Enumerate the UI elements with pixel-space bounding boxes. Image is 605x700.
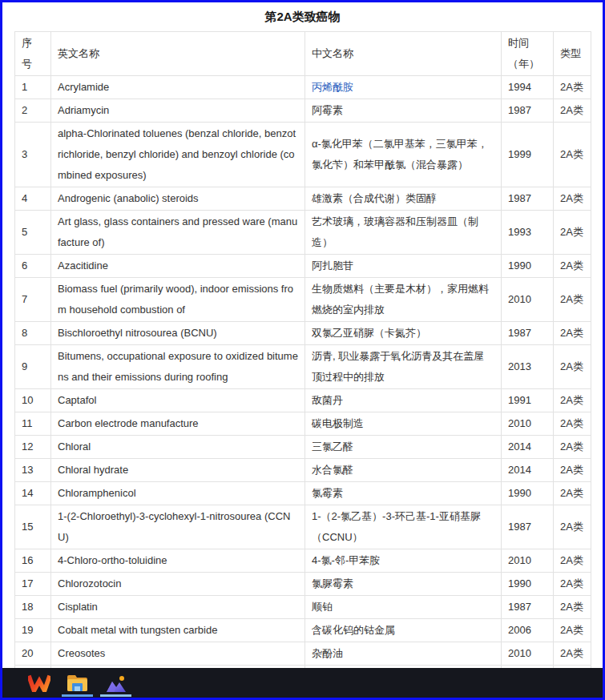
english-name: Carbon electrode manufacture: [51, 412, 305, 436]
chinese-name: 生物质燃料（主要是木材），家用燃料燃烧的室内排放: [305, 278, 502, 322]
taskbar: [2, 668, 603, 698]
year: 2014: [502, 436, 554, 459]
chinese-name: 碳电极制造: [305, 412, 502, 436]
year: 2010: [502, 412, 554, 436]
row-number: 17: [15, 573, 51, 596]
type: 2A类: [554, 389, 591, 412]
table-row: 3alpha-Chlorinated toluenes (benzal chlo…: [15, 123, 591, 187]
table-row: 6Azacitidine阿扎胞苷19902A类: [15, 255, 591, 278]
type: 2A类: [554, 255, 591, 278]
row-number: 16: [15, 549, 51, 573]
table-row: 4Androgenic (anabolic) steroids雄激素（合成代谢）…: [15, 187, 591, 211]
chinese-name: 双氯乙亚硝脲（卡氮芥）: [305, 322, 502, 345]
type: 2A类: [554, 345, 591, 389]
chinese-name-link[interactable]: 丙烯酰胺: [312, 81, 353, 93]
row-number: 14: [15, 482, 51, 505]
year: 1994: [502, 76, 554, 99]
chinese-name: 艺术玻璃，玻璃容器和压制器皿（制造）: [305, 211, 502, 255]
type: 2A类: [554, 99, 591, 123]
row-number: 5: [15, 211, 51, 255]
chinese-name: 杂酚油: [305, 642, 502, 666]
english-name: Cobalt metal with tungsten carbide: [51, 619, 305, 642]
row-number: 9: [15, 345, 51, 389]
active-window-indicator: [62, 694, 93, 697]
type: 2A类: [554, 412, 591, 436]
table-row: 1Acrylamide丙烯酰胺19942A类: [15, 76, 591, 99]
table-row: 2Adriamycin阿霉素19872A类: [15, 99, 591, 123]
english-name: Bitumens, occupational exposure to oxidi…: [51, 345, 305, 389]
table-body: 1Acrylamide丙烯酰胺19942A类2Adriamycin阿霉素1987…: [15, 76, 591, 689]
row-number: 18: [15, 596, 51, 619]
table-row: 8Bischloroethyl nitrosourea (BCNU)双氯乙亚硝脲…: [15, 322, 591, 345]
row-number: 8: [15, 322, 51, 345]
year: 2010: [502, 278, 554, 322]
year: 2013: [502, 345, 554, 389]
english-name: 4-Chloro-ortho-toluidine: [51, 549, 305, 573]
year: 1987: [502, 187, 554, 211]
english-name: Acrylamide: [51, 76, 305, 99]
table-row: 13Chloral hydrate水合氯醛20142A类: [15, 459, 591, 482]
table-row: 10Captafol敌菌丹19912A类: [15, 389, 591, 412]
table-row: 11Carbon electrode manufacture碳电极制造20102…: [15, 412, 591, 436]
row-number: 13: [15, 459, 51, 482]
english-name: Chloramphenicol: [51, 482, 305, 505]
active-window-indicator: [100, 694, 131, 697]
type: 2A类: [554, 482, 591, 505]
type: 2A类: [554, 573, 591, 596]
table-row: 19Cobalt metal with tungsten carbide含碳化钨…: [15, 619, 591, 642]
col-header-year: 时间 （年）: [502, 32, 554, 76]
chinese-name: 阿霉素: [305, 99, 502, 123]
chinese-name: 顺铂: [305, 596, 502, 619]
english-name: Bischloroethyl nitrosourea (BCNU): [51, 322, 305, 345]
year: 1993: [502, 211, 554, 255]
english-name: Biomass fuel (primarily wood), indoor em…: [51, 278, 305, 322]
type: 2A类: [554, 549, 591, 573]
year: 1999: [502, 123, 554, 187]
row-number: 12: [15, 436, 51, 459]
row-number: 3: [15, 123, 51, 187]
row-number: 10: [15, 389, 51, 412]
type: 2A类: [554, 278, 591, 322]
english-name: Creosotes: [51, 642, 305, 666]
year: 1987: [502, 99, 554, 123]
taskbar-item-wps[interactable]: [22, 668, 55, 698]
row-number: 11: [15, 412, 51, 436]
table-row: 17Chlorozotocin氯脲霉素19902A类: [15, 573, 591, 596]
row-number: 7: [15, 278, 51, 322]
year: 2010: [502, 549, 554, 573]
english-name: Cisplatin: [51, 596, 305, 619]
header-row: 序 号 英文名称 中文名称 时间 （年） 类型: [15, 32, 591, 76]
type: 2A类: [554, 123, 591, 187]
table-row: 20Creosotes杂酚油20102A类: [15, 642, 591, 666]
english-name: alpha-Chlorinated toluenes (benzal chlor…: [51, 123, 305, 187]
chinese-name: 水合氯醛: [305, 459, 502, 482]
taskbar-item-file-manager[interactable]: [61, 668, 94, 698]
type: 2A类: [554, 596, 591, 619]
type: 2A类: [554, 322, 591, 345]
english-name: 1-(2-Chloroethyl)-3-cyclohexyl-1-nitroso…: [51, 505, 305, 549]
row-number: 1: [15, 76, 51, 99]
table-row: 5Art glass, glass containers and pressed…: [15, 211, 591, 255]
chinese-name: 沥青, 职业暴露于氧化沥青及其在盖屋顶过程中的排放: [305, 345, 502, 389]
table-row: 151-(2-Chloroethyl)-3-cyclohexyl-1-nitro…: [15, 505, 591, 549]
folder-icon: [67, 674, 88, 693]
year: 1987: [502, 505, 554, 549]
type: 2A类: [554, 642, 591, 666]
taskbar-item-mountain-app[interactable]: [99, 668, 132, 698]
type: 2A类: [554, 76, 591, 99]
year: 2010: [502, 642, 554, 666]
col-header-en: 英文名称: [51, 32, 305, 76]
row-number: 6: [15, 255, 51, 278]
year: 1990: [502, 573, 554, 596]
table-row: 9Bitumens, occupational exposure to oxid…: [15, 345, 591, 389]
carcinogen-table: 序 号 英文名称 中文名称 时间 （年） 类型 1Acrylamide丙烯酰胺1…: [14, 31, 591, 689]
mountain-app-icon: [105, 673, 127, 694]
type: 2A类: [554, 436, 591, 459]
type: 2A类: [554, 505, 591, 549]
chinese-name: 含碳化钨的钴金属: [305, 619, 502, 642]
row-number: 19: [15, 619, 51, 642]
chinese-name: 1-（2-氯乙基）-3-环己基-1-亚硝基脲（CCNU）: [305, 505, 502, 549]
table-row: 18Cisplatin顺铂19872A类: [15, 596, 591, 619]
table-row: 14Chloramphenicol氯霉素19902A类: [15, 482, 591, 505]
year: 1990: [502, 482, 554, 505]
